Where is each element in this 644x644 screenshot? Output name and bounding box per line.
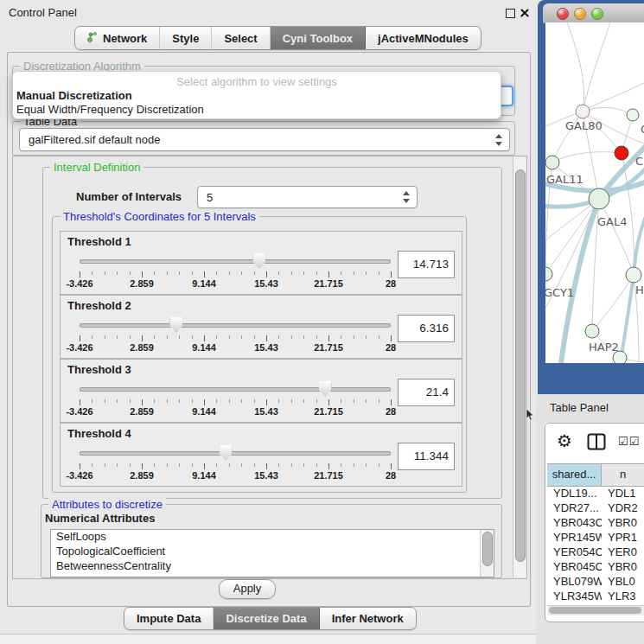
node-label: GAL4 [597, 215, 627, 228]
threshold-value-field[interactable]: 14.713 [398, 251, 455, 278]
threshold-slider[interactable] [80, 316, 391, 335]
table-panel: Table Panel ⚙ ☑☑ shared...n YDL19...YDL1… [536, 394, 644, 644]
table-row[interactable]: YBR045CYBR0 [547, 559, 644, 574]
network-window-titlebar[interactable] [543, 3, 644, 23]
tab-cyni-toolbox[interactable]: Cyni Toolbox [271, 27, 366, 49]
threshold-slider[interactable] [80, 252, 391, 271]
threshold-value-field[interactable]: 6.316 [398, 315, 455, 342]
table-cell: YPR145W [547, 530, 602, 545]
slider-track[interactable] [80, 323, 391, 328]
table-row[interactable]: YER054CYER0 [547, 545, 644, 559]
slider-track[interactable] [80, 387, 391, 392]
slider-tick-labels: -3.4262.8599.14415.4321.71528 [80, 406, 391, 418]
table-row[interactable]: YBR043CYBR0 [547, 515, 644, 530]
table-cell: YDL19... [547, 486, 602, 501]
mouse-cursor [526, 409, 534, 424]
network-node[interactable] [589, 188, 609, 209]
node-label: H [635, 284, 644, 296]
table-data-combobox[interactable]: galFiltered.sif default node [19, 128, 510, 151]
table-row[interactable]: YBL079WYBL0 [547, 574, 644, 589]
zoom-traffic-light[interactable] [591, 8, 603, 20]
tab-network[interactable]: Network [75, 27, 160, 49]
num-intervals-combobox[interactable]: 5 [197, 186, 418, 208]
tab-discretize-data[interactable]: Discretize Data [214, 608, 319, 629]
table-row[interactable]: YDR27...YDR2 [547, 501, 644, 515]
slider-thumb[interactable] [252, 253, 265, 269]
panel-title: Control Panel [9, 6, 77, 19]
minimize-traffic-light[interactable] [574, 8, 586, 20]
threshold-label: Threshold 1 [67, 235, 131, 248]
table-row[interactable]: YLR345WYLR3 [547, 589, 644, 603]
numerical-attributes-list[interactable]: SelfLoopsTopologicalCoefficientBetweenne… [50, 529, 494, 577]
slider-ticks [80, 463, 391, 470]
network-node[interactable] [576, 105, 590, 118]
table-panel-title: Table Panel [550, 401, 609, 414]
network-node[interactable] [627, 109, 639, 121]
tab-infer-network[interactable]: Infer Network [320, 608, 416, 629]
select-columns-icon[interactable]: ☑☑ [618, 435, 640, 448]
float-window-icon[interactable] [506, 9, 515, 18]
node-label: GCY1 [545, 286, 574, 299]
tab-label: Infer Network [332, 612, 404, 625]
tab-impute-data[interactable]: Impute Data [124, 608, 214, 629]
control-panel: Control Panel Network Style Select [0, 0, 536, 644]
table-row[interactable]: YPR145WYPR1 [547, 530, 644, 545]
slider-track[interactable] [80, 451, 391, 456]
num-intervals-value: 5 [207, 191, 213, 204]
tab-select[interactable]: Select [212, 27, 270, 49]
split-columns-icon[interactable] [587, 433, 606, 454]
slider-thumb[interactable] [220, 445, 233, 461]
scrollbar-thumb[interactable] [549, 607, 641, 614]
attribute-list-item[interactable]: BetweennessCentrality [51, 559, 494, 574]
slider-thumb[interactable] [319, 381, 332, 397]
table-data-value: galFiltered.sif default node [29, 133, 160, 146]
horizontal-scrollbar[interactable] [547, 605, 644, 615]
attribute-list-item[interactable]: TopologicalCoefficient [51, 545, 494, 559]
tab-label: Cyni Toolbox [283, 32, 353, 45]
window-bottom-strip [0, 634, 536, 644]
column-header[interactable]: n [602, 464, 644, 486]
slider-ticks [80, 335, 391, 342]
close-traffic-light[interactable] [557, 8, 569, 20]
network-node[interactable] [615, 146, 628, 160]
tab-label: Style [172, 32, 199, 45]
table-cell: YDL1 [602, 486, 644, 501]
dropdown-item-equal-width[interactable]: Equal Width/Frequency Discretization [16, 103, 498, 117]
bottom-tab-bar: Impute Data Discretize Data Infer Networ… [124, 607, 417, 630]
slider-tick-labels: -3.4262.8599.14415.4321.71528 [80, 278, 391, 290]
apply-button[interactable]: Apply [219, 579, 276, 599]
vertical-scrollbar[interactable] [513, 157, 526, 577]
table-row[interactable]: YDL19...YDL1 [547, 486, 644, 501]
slider-track[interactable] [80, 259, 391, 264]
network-node[interactable] [626, 267, 641, 283]
top-tab-bar: Network Style Select Cyni Toolbox jActiv… [74, 26, 481, 50]
list-scrollbar[interactable] [480, 530, 494, 577]
close-icon[interactable] [520, 8, 530, 18]
threshold-value-field[interactable]: 11.344 [398, 443, 455, 470]
column-header[interactable]: shared... [547, 464, 602, 486]
tab-jactivemnodules[interactable]: jActiveMNodules [366, 27, 481, 49]
network-canvas[interactable]: GAL80GCGAL11GAL4GCY1HHAP2 [545, 22, 644, 363]
interval-definition-title: Interval Definition [50, 161, 143, 174]
attribute-list-item[interactable]: SelfLoops [51, 530, 494, 545]
table-cell: YBR043C [547, 515, 602, 530]
table-cell: YPR1 [602, 530, 644, 545]
threshold-slider[interactable] [80, 444, 391, 463]
table-cell: YDR2 [602, 501, 644, 515]
tab-style[interactable]: Style [160, 27, 212, 49]
table-toolbar: ⚙ ☑☑ [545, 424, 644, 462]
dropdown-item-manual[interactable]: Manual Discretization [16, 89, 498, 103]
table-body: YDL19...YDL1YDR27...YDR2YBR043CYBR0YPR14… [547, 486, 644, 607]
combo-spinner-icon [495, 134, 503, 146]
threshold-slider[interactable] [80, 380, 391, 399]
scrollbar-thumb[interactable] [482, 532, 493, 566]
slider-thumb[interactable] [169, 317, 182, 333]
scrollbar-thumb[interactable] [515, 169, 526, 562]
network-node[interactable] [545, 156, 559, 169]
network-node[interactable] [585, 324, 599, 338]
table-cell: YER0 [602, 545, 644, 559]
table-cell: YBR0 [602, 515, 644, 530]
network-node[interactable] [545, 267, 552, 281]
settings-gear-icon[interactable]: ⚙ [557, 430, 572, 451]
threshold-value-field[interactable]: 21.4 [398, 379, 455, 406]
